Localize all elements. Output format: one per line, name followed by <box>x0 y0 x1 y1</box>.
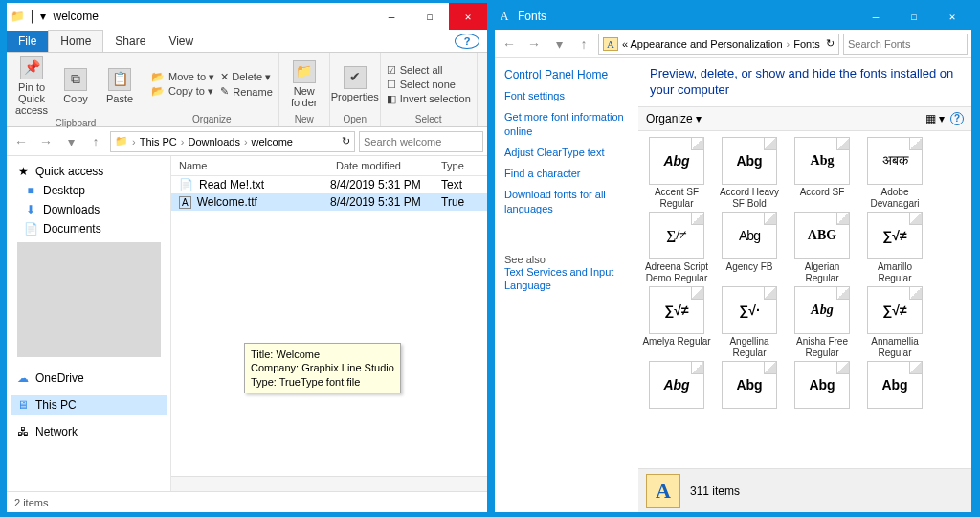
close-button[interactable]: ✕ <box>933 3 971 30</box>
ribbon-help-icon[interactable]: ? <box>455 34 479 49</box>
tab-view[interactable]: View <box>157 31 205 52</box>
nav-onedrive[interactable]: ☁OneDrive <box>11 369 167 388</box>
close-button[interactable]: ✕ <box>449 3 487 30</box>
search-box[interactable]: 🔍 <box>359 131 483 152</box>
side-link-download-fonts[interactable]: Download fonts for all languages <box>504 188 629 215</box>
breadcrumb-downloads[interactable]: Downloads <box>188 136 239 147</box>
address-bar[interactable]: A « Appearance and Personalization › Fon… <box>598 34 839 55</box>
font-tile[interactable]: ∑√≠Annamellia Regular <box>860 286 929 359</box>
nav-quick-access[interactable]: ★Quick access <box>11 162 167 181</box>
breadcrumb-appearance[interactable]: « Appearance and Personalization <box>622 38 783 50</box>
horizontal-scrollbar[interactable] <box>171 476 487 491</box>
network-icon: 🖧 <box>16 425 30 438</box>
font-tile[interactable]: AbgAccord SF <box>788 137 857 210</box>
font-tile[interactable]: Abg <box>642 361 711 434</box>
side-link-more-font-info[interactable]: Get more font information online <box>504 110 629 138</box>
chevron-right-icon[interactable]: › <box>244 136 248 147</box>
rename-button[interactable]: ✎Rename <box>218 84 275 99</box>
nav-this-pc[interactable]: 🖥This PC <box>11 395 167 415</box>
side-link-font-settings[interactable]: Font settings <box>504 89 629 102</box>
col-type[interactable]: Type <box>441 160 479 171</box>
font-tile[interactable]: AbgAgency FB <box>715 212 784 284</box>
font-tile[interactable]: ∑√·Angellina Regular <box>715 286 784 359</box>
maximize-button[interactable]: ☐ <box>895 3 933 30</box>
copy-button[interactable]: ⧉Copy <box>55 66 97 106</box>
navigation-pane[interactable]: ★Quick access ■Desktop ⬇Downloads 📄Docum… <box>7 156 171 491</box>
search-input[interactable] <box>848 38 980 50</box>
nav-network[interactable]: 🖧Network <box>11 422 167 441</box>
breadcrumb-thispc[interactable]: This PC <box>140 136 177 147</box>
nav-up-button[interactable]: ↑ <box>85 131 106 152</box>
chevron-right-icon[interactable]: › <box>787 38 791 50</box>
font-tile[interactable]: AbgAccord Heavy SF Bold <box>715 137 784 210</box>
minimize-button[interactable]: — <box>372 3 411 30</box>
moveto-label: Move to ▾ <box>168 71 214 83</box>
search-box[interactable]: 🔍 <box>843 34 968 55</box>
copyto-button[interactable]: 📂Copy to ▾ <box>149 84 216 99</box>
breadcrumb-welcome[interactable]: welcome <box>252 136 293 147</box>
breadcrumb-fonts[interactable]: Fonts <box>793 38 820 50</box>
titlebar[interactable]: A Fonts — ☐ ✕ <box>495 3 971 30</box>
nav-up-button[interactable]: ↑ <box>573 34 594 55</box>
pin-quickaccess-button[interactable]: 📌Pin to Quick access <box>11 55 53 118</box>
tooltip-line: Type: TrueType font file <box>251 375 394 389</box>
nav-history-button[interactable]: ▾ <box>548 34 569 55</box>
file-list[interactable]: Name Date modified Type 📄 Read Me!.txt 8… <box>171 156 487 491</box>
nav-documents[interactable]: 📄Documents <box>11 219 167 238</box>
qat-dropdown-icon[interactable]: ▾ <box>40 10 46 23</box>
paste-button[interactable]: 📋Paste <box>99 66 141 106</box>
view-mode-button[interactable]: ▦ ▾ <box>925 112 945 125</box>
titlebar[interactable]: 📁 │ ▾ welcome — ☐ ✕ <box>7 3 487 30</box>
help-icon[interactable]: ? <box>950 112 964 125</box>
select-none-button[interactable]: ☐ Select none <box>385 78 473 92</box>
minimize-button[interactable]: — <box>857 3 895 30</box>
nav-downloads[interactable]: ⬇Downloads <box>11 200 167 219</box>
tab-share[interactable]: Share <box>103 31 157 52</box>
font-tile[interactable]: AbgAccent SF Regular <box>642 137 711 210</box>
font-tile[interactable]: ∑√≠Amarillo Regular <box>860 212 929 284</box>
file-row[interactable]: A Welcome.ttf 8/4/2019 5:31 PM True <box>171 193 487 211</box>
side-link-find-character[interactable]: Find a character <box>504 167 629 180</box>
tab-file[interactable]: File <box>7 31 48 52</box>
font-tile[interactable]: Abg <box>860 361 929 434</box>
font-tile[interactable]: ∑/≠Adreena Script Demo Regular <box>642 212 711 284</box>
address-bar[interactable]: 📁› This PC› Downloads› welcome ↻ <box>110 131 355 152</box>
tab-home[interactable]: Home <box>48 30 103 52</box>
moveto-button[interactable]: 📂Move to ▾ <box>149 70 216 84</box>
font-grid[interactable]: AbgAccent SF RegularAbgAccord Heavy SF B… <box>638 131 971 468</box>
col-date[interactable]: Date modified <box>336 160 441 171</box>
font-tile[interactable]: ∑√≠Amelya Regular <box>642 286 711 359</box>
nav-label: Downloads <box>43 203 100 216</box>
nav-label: OneDrive <box>35 371 84 385</box>
nav-forward-button[interactable]: → <box>523 34 545 55</box>
search-input[interactable] <box>364 136 496 147</box>
side-link-cleartype[interactable]: Adjust ClearType text <box>504 146 629 159</box>
font-tile[interactable]: ABGAlgerian Regular <box>788 212 857 284</box>
font-tile[interactable]: Abg <box>715 361 784 434</box>
organize-button[interactable]: Organize ▾ <box>646 112 702 125</box>
new-folder-button[interactable]: 📁New folder <box>283 58 325 110</box>
control-panel-home-link[interactable]: Control Panel Home <box>504 68 629 81</box>
column-headers[interactable]: Name Date modified Type <box>171 156 487 176</box>
side-link-text-services[interactable]: Text Services and Input Language <box>504 265 629 293</box>
refresh-icon[interactable]: ↻ <box>826 37 835 50</box>
select-all-button[interactable]: Select all <box>385 63 473 78</box>
refresh-icon[interactable]: ↻ <box>342 135 350 147</box>
font-tile[interactable]: AbgAnisha Free Regular <box>788 286 857 359</box>
col-name[interactable]: Name <box>179 160 336 171</box>
font-tile[interactable]: अबकAdobe Devanagari <box>860 137 929 210</box>
file-row[interactable]: 📄 Read Me!.txt 8/4/2019 5:31 PM Text <box>171 176 487 193</box>
nav-desktop[interactable]: ■Desktop <box>11 181 167 200</box>
maximize-button[interactable]: ☐ <box>411 3 449 30</box>
nav-history-button[interactable]: ▾ <box>60 131 81 152</box>
chevron-right-icon[interactable]: › <box>132 136 136 147</box>
chevron-right-icon[interactable]: › <box>181 136 185 147</box>
nav-back-button[interactable]: ← <box>499 34 520 55</box>
nav-back-button[interactable]: ← <box>11 131 32 152</box>
delete-button[interactable]: ✕ Delete ▾ <box>218 70 275 84</box>
nav-forward-button[interactable]: → <box>35 131 56 152</box>
properties-button[interactable]: ✔Properties <box>334 64 376 104</box>
font-tile[interactable]: Abg <box>788 361 857 434</box>
invert-selection-button[interactable]: ◧ Invert selection <box>385 92 473 106</box>
ribbon-tabs: File Home Share View ? <box>7 30 487 53</box>
